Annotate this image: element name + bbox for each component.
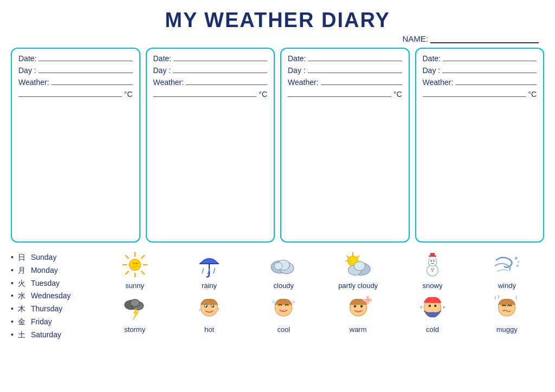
sunny-icon [117, 249, 153, 280]
svg-point-0 [129, 259, 140, 271]
cool-icon: ❄ ❄ [265, 293, 302, 324]
svg-point-33 [433, 269, 434, 270]
snowy-icon [414, 249, 451, 280]
cold-icon [414, 293, 451, 324]
day-label-3: Day : [288, 66, 306, 75]
svg-point-57 [369, 299, 372, 302]
diary-card-1: Date: Day : Weather: °C [11, 48, 140, 243]
cool-label: cool [277, 325, 290, 334]
day-label-1: Day : [18, 66, 36, 75]
muggy-label: muggy [496, 325, 518, 334]
name-label: NAME: [402, 34, 428, 43]
stormy-label: stormy [124, 325, 145, 334]
weather-label-2: Weather: [153, 78, 184, 87]
windy-icon [488, 249, 525, 280]
svg-point-62 [429, 305, 431, 307]
day-friday: Friday [31, 316, 52, 329]
name-input-line [430, 34, 539, 43]
svg-point-26 [354, 262, 365, 271]
weather-partly-cloudy: partly cloudy [337, 249, 380, 290]
svg-point-30 [433, 260, 435, 262]
svg-point-47 [205, 305, 207, 307]
weather-row-2: stormy [98, 293, 544, 334]
weather-label-3: Weather: [288, 78, 319, 87]
stormy-icon [117, 293, 153, 324]
weather-icons: sunny rainy [98, 249, 544, 334]
svg-line-6 [141, 271, 144, 274]
svg-line-22 [346, 256, 349, 258]
warm-icon [340, 293, 377, 324]
weather-warm: warm [337, 293, 380, 334]
diary-card-3: Date: Day : Weather: °C [280, 48, 410, 243]
svg-line-5 [125, 256, 128, 258]
weather-cold: cold [411, 293, 454, 334]
svg-line-23 [357, 256, 359, 258]
svg-line-14 [214, 269, 215, 273]
svg-text:❄: ❄ [292, 299, 296, 305]
weather-sunny: sunny [113, 249, 157, 290]
svg-point-60 [366, 299, 369, 301]
weather-label-1: Weather: [18, 78, 49, 87]
weather-cloudy: cloudy [262, 249, 305, 290]
svg-point-56 [366, 296, 369, 299]
svg-point-36 [429, 257, 436, 259]
partly-cloudy-icon [340, 249, 377, 280]
date-label-4: Date: [423, 54, 441, 63]
cloudy-icon [265, 249, 302, 280]
rainy-icon [191, 249, 228, 280]
weather-row-1: sunny rainy [98, 249, 544, 290]
day-tuesday: Tuesday [31, 277, 60, 290]
svg-point-18 [274, 263, 282, 270]
hot-icon [191, 293, 228, 324]
weather-muggy: muggy [485, 293, 528, 334]
hot-label: hot [204, 325, 214, 334]
snowy-label: snowy [423, 282, 443, 290]
sunny-label: sunny [125, 282, 144, 290]
weather-hot: hot [188, 293, 231, 334]
windy-label: windy [498, 282, 516, 290]
svg-point-42 [130, 299, 139, 307]
day-thursday: Thursday [31, 303, 62, 316]
partly-cloudy-label: partly cloudy [338, 282, 378, 290]
weather-cool: ❄ ❄ cool [262, 293, 305, 334]
cold-label: cold [426, 325, 439, 334]
svg-point-39 [517, 265, 519, 267]
svg-line-8 [125, 271, 128, 274]
weather-windy: windy [485, 249, 528, 290]
svg-line-7 [141, 256, 144, 258]
svg-point-59 [363, 299, 366, 302]
warm-label: warm [350, 325, 367, 334]
muggy-icon [488, 293, 525, 324]
temp-symbol-2: °C [259, 90, 267, 99]
cloudy-label: cloudy [274, 282, 294, 290]
svg-rect-35 [430, 253, 435, 256]
svg-point-32 [432, 270, 434, 272]
rainy-label: rainy [202, 282, 217, 290]
weather-stormy: stormy [113, 293, 157, 334]
weather-snowy: snowy [411, 249, 454, 290]
svg-point-53 [353, 305, 356, 308]
day-wednesday: Wednesday [31, 290, 71, 303]
diary-card-4: Date: Day : Weather: °C [415, 48, 545, 243]
svg-point-48 [212, 305, 214, 307]
svg-point-38 [518, 261, 519, 263]
svg-line-12 [202, 269, 204, 273]
svg-point-54 [360, 305, 363, 308]
weather-label-4: Weather: [423, 78, 454, 87]
day-label-2: Day : [153, 66, 171, 75]
bottom-section: •日Sunday •月Monday •火Tuesday •水Wednesday … [11, 249, 544, 342]
date-label-1: Date: [18, 54, 36, 63]
date-label-3: Date: [288, 54, 306, 63]
weather-rainy: rainy [188, 249, 231, 290]
date-label-2: Date: [153, 54, 171, 63]
page-title: MY WEATHER DIARY [11, 9, 544, 32]
svg-point-58 [366, 302, 369, 304]
svg-point-37 [515, 257, 518, 259]
diary-card-2: Date: Day : Weather: °C [146, 48, 275, 243]
day-monday: Monday [31, 264, 58, 277]
temp-symbol-1: °C [124, 90, 133, 99]
day-saturday: Saturday [31, 329, 61, 342]
days-list: •日Sunday •月Monday •火Tuesday •水Wednesday … [11, 249, 98, 342]
svg-point-31 [431, 269, 433, 270]
temp-symbol-4: °C [528, 90, 537, 99]
